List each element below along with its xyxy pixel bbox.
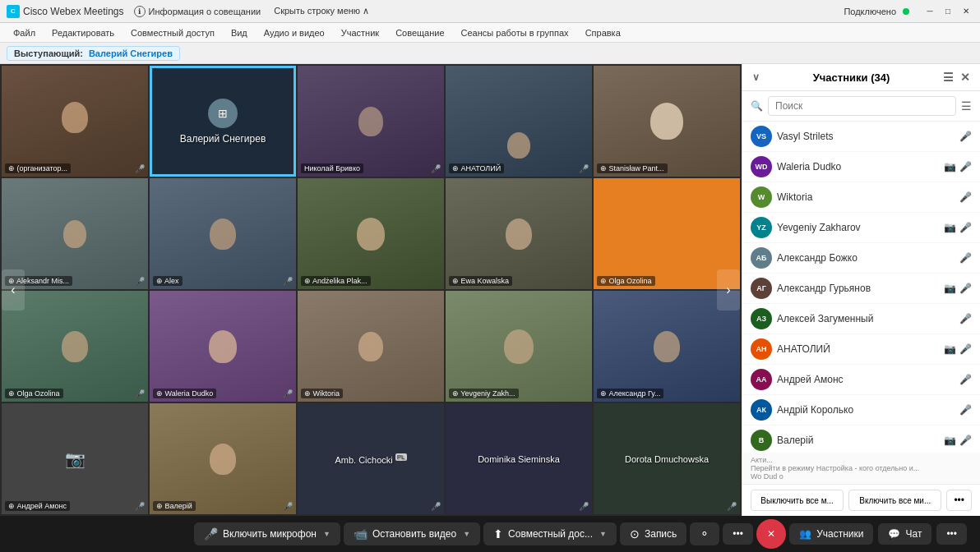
video-cell-18: Amb. Cichocki PL 🎤 [298,403,444,514]
app-logo: C Cisco Webex Meetings [7,5,124,18]
participant-row-valery: В Валерій 📷 🎤 [742,426,980,453]
cell-17-name: ⊕ Валерій [153,501,196,511]
video-btn[interactable]: 📹 Остановить видео ▼ [344,522,480,545]
panel-collapse-icon[interactable]: ∨ [752,71,760,83]
cell-12-name: ⊕ Waleria Dudko [153,389,216,398]
minimize-btn[interactable]: ─ [922,4,937,19]
participants-panel-btn[interactable]: 👥 Участники [789,523,873,545]
participant-row-anatoly: АН АНАТОЛИЙ 📷 🎤 [742,334,980,365]
video-cell-4: ⊕ АНАТОЛИЙ 🎤 [446,66,592,177]
menu-file[interactable]: Файл [7,26,42,39]
participant-name-yevgeniy: Yevgeniy Zakharov [777,222,939,233]
connection-status-dot [903,8,909,15]
cell-2-name: Валерий Снегирев [180,133,266,145]
unmute-all-btn[interactable]: Включить все ми... [848,490,941,511]
menu-help[interactable]: Справка [579,26,627,39]
react-btn[interactable]: ⚬ [690,522,719,545]
participant-name-andrei-ko: Андрій Королько [777,404,955,416]
participant-row-andrei-am: АА Андрей Амонс 🎤 [742,365,980,395]
menu-participant[interactable]: Участник [335,26,386,39]
cell-18-name: Amb. Cichocki PL [335,453,406,465]
cell-6-mic: 🎤 [135,277,145,286]
participant-row-andrei-ko: АК Андрій Королько 🎤 [742,395,980,426]
menu-share[interactable]: Совместный доступ [124,26,221,39]
cam-icon-ag: 📷 [944,283,956,294]
react-btn-icon: ⚬ [700,527,710,540]
participant-avatar-yz: YZ [751,217,772,238]
participant-avatar-alex-bozh: АБ [751,247,772,269]
panel-title: Участники (34) [813,71,890,84]
participant-row-alex-bozh: АБ Александр Божко 🎤 [742,243,980,274]
cell-12-mic: 🎤 [283,389,293,398]
participant-name-vasyl: Vasyl Strilets [777,131,955,142]
participants-icon: 👥 [799,528,811,540]
cell-4-mic: 🎤 [579,164,589,173]
menu-edit[interactable]: Редактировать [45,26,121,39]
menu-breakout[interactable]: Сеансы работы в группах [455,26,576,39]
cell-10-name: ⊕ Olga Ozolina [597,276,655,286]
prev-page-btn[interactable]: ‹ [2,269,25,310]
participant-name-alex-gur: Александр Гурьянов [777,283,939,294]
chat-btn[interactable]: 💬 Чат [878,523,931,545]
cell-13-name: ⊕ Wiktoria [301,389,343,398]
participant-avatar-vs: VS [751,126,772,147]
sort-participants-btn[interactable]: ☰ [943,71,954,84]
participant-avatar-andrei-ko: АК [751,399,772,421]
mic-icon-aa: 🎤 [959,374,972,385]
cell-18-mic: 🎤 [431,502,441,511]
video-cell-7: ⊕ Alex 🎤 [150,178,296,289]
share-btn-icon: ⬆ [493,527,503,540]
video-cell-20: Dorota Dmuchowska 🎤 [594,403,740,514]
restore-btn[interactable]: □ [941,4,955,19]
search-input[interactable] [768,96,956,116]
cell-11-name: ⊕ Olga Ozolina [5,389,63,398]
record-btn[interactable]: ⊙ Запись [620,522,686,545]
menu-meeting[interactable]: Совещание [389,26,451,39]
mute-all-btn[interactable]: Выключить все м... [751,490,844,511]
participant-name-anatoly: АНАТОЛИЙ [777,343,939,355]
close-panel-btn[interactable]: ✕ [960,71,970,84]
cell-5-name: ⊕ Stanisław Pant... [597,163,668,173]
title-bar-center: ℹ Информация о совещании Скрыть строку м… [134,6,844,17]
sort-icon[interactable]: ☰ [961,99,972,113]
video-cell-2-active-speaker: ⊞ Валерий Снегирев [150,66,296,177]
close-btn[interactable]: ✕ [959,4,973,19]
video-cell-13: ⊕ Wiktoria [298,291,444,402]
end-more-btn[interactable]: ••• [936,523,967,545]
menu-audio-video[interactable]: Аудио и видео [257,26,331,39]
chat-icon: 💬 [888,528,900,540]
menu-view[interactable]: Вид [224,26,254,39]
participant-video-1 [2,66,148,177]
hide-menu-btn[interactable]: Скрыть строку меню ∧ [274,6,369,16]
cam-icon-an: 📷 [944,343,956,355]
video-cell-19: Dominika Sieminska 🎤 [446,403,592,514]
share-btn[interactable]: ⬆ Совместный дос... ▼ [483,522,617,545]
mic-btn[interactable]: 🎤 Включить микрофон ▼ [194,522,340,545]
participant-name-alex-bozh: Александр Божко [777,252,955,264]
mute-all-bar: Выключить все м... Включить все ми... ••… [742,484,980,516]
cell-8-name: ⊕ Andżelika Plak... [301,276,371,286]
mic-icon-yz: 🎤 [959,222,972,233]
more-actions-btn[interactable]: ••• [723,523,753,545]
meeting-info-btn[interactable]: ℹ Информация о совещании [134,6,261,17]
participant-name-alek-zag: Алексей Загуменный [777,313,955,324]
participant-name-valery: Валерій [777,435,939,446]
mic-icon-ab: 🎤 [959,252,972,264]
video-cell-16: 📷 ⊕ Андрей Амонс 🎤 [2,403,148,514]
cam-icon-yz: 📷 [944,222,956,233]
cell-3-mic: 🎤 [431,164,441,173]
cam-icon-wd: 📷 [944,161,956,172]
cell-4-name: ⊕ АНАТОЛИЙ [449,163,504,173]
next-page-btn[interactable]: › [717,269,740,310]
main-area: ⊕ (организатор... 🎤 ⊞ Валерий Снегирев Н… [0,64,980,516]
video-grid: ⊕ (организатор... 🎤 ⊞ Валерий Снегирев Н… [0,64,742,516]
participant-row-wiktoria: W Wiktoria 🎤 [742,182,980,213]
participant-row-yevgeniy: YZ Yevgeniy Zakharov 📷 🎤 [742,213,980,243]
mute-more-btn[interactable]: ••• [946,490,972,511]
mic-icon-w: 🎤 [959,191,972,203]
mic-icon-vs: 🎤 [959,131,972,142]
participant-row-vasyl: VS Vasyl Strilets 🎤 [742,122,980,152]
leave-meeting-btn[interactable]: ✕ [756,519,786,549]
cell-16-mic: 🎤 [135,502,145,511]
participants-panel: ∨ Участники (34) ☰ ✕ 🔍 ☰ VS Vasyl Strile… [742,64,980,516]
